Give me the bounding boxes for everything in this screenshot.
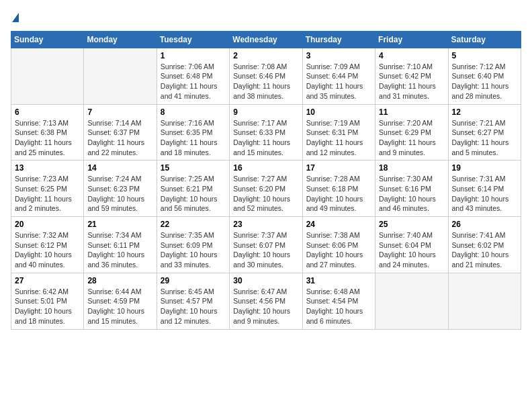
table-row: 10Sunrise: 7:19 AMSunset: 6:31 PMDayligh…: [302, 104, 375, 161]
day-info: Sunrise: 7:30 AMSunset: 6:16 PMDaylight:…: [379, 174, 444, 214]
logo-triangle-icon: [12, 13, 19, 22]
day-info: Sunrise: 7:25 AMSunset: 6:21 PMDaylight:…: [161, 174, 226, 214]
day-number: 22: [161, 220, 226, 229]
day-number: 11: [379, 107, 444, 117]
day-info: Sunrise: 7:19 AMSunset: 6:31 PMDaylight:…: [306, 118, 371, 158]
table-row: 16Sunrise: 7:27 AMSunset: 6:20 PMDayligh…: [230, 161, 302, 217]
day-info: Sunrise: 6:44 AMSunset: 4:59 PMDaylight:…: [87, 287, 152, 326]
calendar-week-row: 1Sunrise: 7:06 AMSunset: 6:48 PMDaylight…: [11, 48, 521, 104]
table-row: 21Sunrise: 7:34 AMSunset: 6:11 PMDayligh…: [84, 217, 157, 273]
table-row: 27Sunrise: 6:42 AMSunset: 5:01 PMDayligh…: [11, 273, 84, 329]
calendar-week-row: 27Sunrise: 6:42 AMSunset: 5:01 PMDayligh…: [11, 273, 521, 329]
day-number: 3: [306, 51, 371, 60]
day-info: Sunrise: 7:31 AMSunset: 6:14 PMDaylight:…: [452, 174, 517, 214]
day-info: Sunrise: 7:27 AMSunset: 6:20 PMDaylight:…: [233, 174, 298, 214]
day-info: Sunrise: 6:42 AMSunset: 5:01 PMDaylight:…: [15, 287, 80, 326]
day-info: Sunrise: 6:45 AMSunset: 4:57 PMDaylight:…: [161, 287, 226, 326]
day-number: 12: [452, 107, 517, 117]
table-row: 26Sunrise: 7:41 AMSunset: 6:02 PMDayligh…: [448, 217, 521, 273]
table-row: 24Sunrise: 7:38 AMSunset: 6:06 PMDayligh…: [302, 217, 375, 273]
table-row: 22Sunrise: 7:35 AMSunset: 6:09 PMDayligh…: [157, 217, 229, 273]
day-number: 16: [233, 163, 298, 173]
day-info: Sunrise: 7:37 AMSunset: 6:07 PMDaylight:…: [233, 230, 298, 270]
day-info: Sunrise: 7:20 AMSunset: 6:29 PMDaylight:…: [379, 118, 444, 158]
day-info: Sunrise: 7:09 AMSunset: 6:44 PMDaylight:…: [306, 62, 371, 101]
day-number: 15: [161, 163, 226, 173]
table-row: 8Sunrise: 7:16 AMSunset: 6:35 PMDaylight…: [157, 104, 229, 161]
day-number: 4: [379, 51, 444, 60]
col-friday: Friday: [375, 31, 448, 48]
table-row: 7Sunrise: 7:14 AMSunset: 6:37 PMDaylight…: [84, 104, 157, 161]
day-number: 29: [161, 276, 226, 285]
day-info: Sunrise: 7:17 AMSunset: 6:33 PMDaylight:…: [233, 118, 298, 158]
table-row: 18Sunrise: 7:30 AMSunset: 6:16 PMDayligh…: [375, 161, 448, 217]
table-row: 14Sunrise: 7:24 AMSunset: 6:23 PMDayligh…: [84, 161, 157, 217]
table-row: [11, 48, 84, 104]
table-row: [84, 48, 157, 104]
day-number: 28: [87, 276, 152, 285]
table-row: 13Sunrise: 7:23 AMSunset: 6:25 PMDayligh…: [11, 161, 84, 217]
day-number: 10: [306, 107, 371, 117]
table-row: 1Sunrise: 7:06 AMSunset: 6:48 PMDaylight…: [157, 48, 229, 104]
col-sunday: Sunday: [11, 31, 84, 48]
table-row: 4Sunrise: 7:10 AMSunset: 6:42 PMDaylight…: [375, 48, 448, 104]
table-row: 30Sunrise: 6:47 AMSunset: 4:56 PMDayligh…: [230, 273, 302, 329]
day-number: 5: [452, 51, 517, 60]
calendar-week-row: 6Sunrise: 7:13 AMSunset: 6:38 PMDaylight…: [11, 104, 521, 161]
table-row: 11Sunrise: 7:20 AMSunset: 6:29 PMDayligh…: [375, 104, 448, 161]
day-info: Sunrise: 7:21 AMSunset: 6:27 PMDaylight:…: [452, 118, 517, 158]
day-number: 18: [379, 163, 444, 173]
day-info: Sunrise: 7:06 AMSunset: 6:48 PMDaylight:…: [161, 62, 226, 101]
day-number: 7: [87, 107, 152, 117]
logo: [11, 11, 19, 24]
day-number: 8: [161, 107, 226, 117]
table-row: 23Sunrise: 7:37 AMSunset: 6:07 PMDayligh…: [230, 217, 302, 273]
day-number: 30: [233, 276, 298, 285]
day-info: Sunrise: 7:32 AMSunset: 6:12 PMDaylight:…: [15, 230, 80, 270]
day-number: 17: [306, 163, 371, 173]
day-number: 27: [15, 276, 80, 285]
day-number: 23: [233, 220, 298, 229]
day-info: Sunrise: 7:40 AMSunset: 6:04 PMDaylight:…: [379, 230, 444, 270]
col-thursday: Thursday: [302, 31, 375, 48]
calendar-week-row: 20Sunrise: 7:32 AMSunset: 6:12 PMDayligh…: [11, 217, 521, 273]
table-row: 9Sunrise: 7:17 AMSunset: 6:33 PMDaylight…: [230, 104, 302, 161]
day-info: Sunrise: 6:47 AMSunset: 4:56 PMDaylight:…: [233, 287, 298, 326]
day-info: Sunrise: 7:14 AMSunset: 6:37 PMDaylight:…: [87, 118, 152, 158]
table-row: 15Sunrise: 7:25 AMSunset: 6:21 PMDayligh…: [157, 161, 229, 217]
day-number: 24: [306, 220, 371, 229]
table-row: 31Sunrise: 6:48 AMSunset: 4:54 PMDayligh…: [302, 273, 375, 329]
col-saturday: Saturday: [448, 31, 521, 48]
table-row: 5Sunrise: 7:12 AMSunset: 6:40 PMDaylight…: [448, 48, 521, 104]
table-row: [375, 273, 448, 329]
day-info: Sunrise: 7:10 AMSunset: 6:42 PMDaylight:…: [379, 62, 444, 101]
day-number: 6: [15, 107, 80, 117]
calendar-header-row: Sunday Monday Tuesday Wednesday Thursday…: [11, 31, 521, 48]
day-number: 1: [161, 51, 226, 60]
day-info: Sunrise: 7:34 AMSunset: 6:11 PMDaylight:…: [87, 230, 152, 270]
table-row: 20Sunrise: 7:32 AMSunset: 6:12 PMDayligh…: [11, 217, 84, 273]
col-wednesday: Wednesday: [230, 31, 302, 48]
day-number: 25: [379, 220, 444, 229]
day-info: Sunrise: 7:41 AMSunset: 6:02 PMDaylight:…: [452, 230, 517, 270]
table-row: 6Sunrise: 7:13 AMSunset: 6:38 PMDaylight…: [11, 104, 84, 161]
day-info: Sunrise: 6:48 AMSunset: 4:54 PMDaylight:…: [306, 287, 371, 326]
calendar-table: Sunday Monday Tuesday Wednesday Thursday…: [11, 31, 521, 330]
day-info: Sunrise: 7:28 AMSunset: 6:18 PMDaylight:…: [306, 174, 371, 214]
table-row: 29Sunrise: 6:45 AMSunset: 4:57 PMDayligh…: [157, 273, 229, 329]
day-info: Sunrise: 7:38 AMSunset: 6:06 PMDaylight:…: [306, 230, 371, 270]
day-number: 13: [15, 163, 80, 173]
col-tuesday: Tuesday: [157, 31, 229, 48]
day-info: Sunrise: 7:16 AMSunset: 6:35 PMDaylight:…: [161, 118, 226, 158]
day-number: 14: [87, 163, 152, 173]
day-info: Sunrise: 7:35 AMSunset: 6:09 PMDaylight:…: [161, 230, 226, 270]
table-row: [448, 273, 521, 329]
day-info: Sunrise: 7:23 AMSunset: 6:25 PMDaylight:…: [15, 174, 80, 214]
calendar-week-row: 13Sunrise: 7:23 AMSunset: 6:25 PMDayligh…: [11, 161, 521, 217]
day-info: Sunrise: 7:24 AMSunset: 6:23 PMDaylight:…: [87, 174, 152, 214]
day-number: 9: [233, 107, 298, 117]
col-monday: Monday: [84, 31, 157, 48]
table-row: 3Sunrise: 7:09 AMSunset: 6:44 PMDaylight…: [302, 48, 375, 104]
day-info: Sunrise: 7:13 AMSunset: 6:38 PMDaylight:…: [15, 118, 80, 158]
day-number: 2: [233, 51, 298, 60]
